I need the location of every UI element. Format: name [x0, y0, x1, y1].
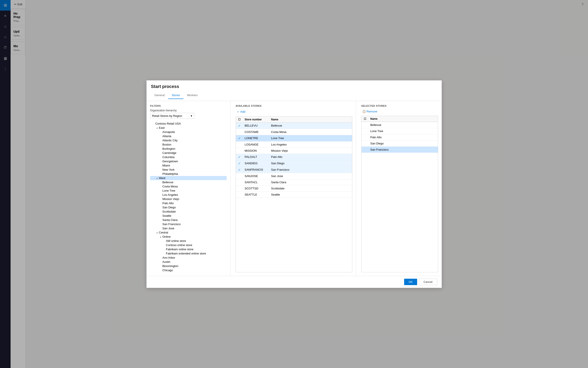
- store-name-cell: Bellevue: [269, 123, 352, 129]
- sel-row-checkbox[interactable]: [362, 136, 369, 138]
- available-store-row[interactable]: LOSANGELos Angeles: [236, 142, 352, 148]
- modal-dialog: Start process General Stores Workers FIL…: [147, 80, 442, 288]
- tree-item[interactable]: Austin: [150, 260, 227, 264]
- help-icon[interactable]: ?: [582, 3, 584, 7]
- tree-item[interactable]: Contoso Retail USA: [150, 121, 227, 126]
- tree-item[interactable]: Mission Viejo: [150, 197, 227, 201]
- tree-item[interactable]: Contoso online store: [150, 243, 227, 247]
- available-store-row[interactable]: ✓PALOALTPalo Alto: [236, 154, 352, 160]
- sel-row-checkbox[interactable]: [362, 142, 369, 145]
- available-store-row[interactable]: ✓LONETRELone Tree: [236, 135, 352, 142]
- tree-item[interactable]: Bellevue: [150, 180, 227, 184]
- tree-item[interactable]: Palo Alto: [150, 201, 227, 205]
- available-store-row[interactable]: ✓SANFRANCISSan Francisco: [236, 167, 352, 173]
- row-checkbox[interactable]: [236, 149, 243, 152]
- tree-item[interactable]: Lone Tree: [150, 189, 227, 193]
- available-store-row[interactable]: SEATTLESeattle: [236, 192, 352, 198]
- row-checkbox[interactable]: [236, 193, 243, 196]
- tree-item[interactable]: Seattle: [150, 214, 227, 218]
- tree-item[interactable]: Ann Arbor: [150, 256, 227, 260]
- tree-item[interactable]: Miami: [150, 163, 227, 168]
- available-stores-title: AVAILABLE STORES: [236, 104, 352, 107]
- tree-item[interactable]: Philadelphia: [150, 172, 227, 176]
- tree-item[interactable]: Fabrikam online store: [150, 247, 227, 251]
- tree-item[interactable]: Boston: [150, 142, 227, 147]
- tree-item-label: Palo Alto: [163, 202, 227, 205]
- tree-item-label: Georgetown: [163, 160, 227, 163]
- store-number-cell: SEATTLE: [243, 192, 269, 198]
- available-store-row[interactable]: ✓BELLEVUBellevue: [236, 123, 352, 129]
- row-checkbox[interactable]: [236, 143, 243, 146]
- selected-store-row[interactable]: San Francisco: [362, 147, 438, 153]
- tab-workers[interactable]: Workers: [184, 92, 201, 99]
- row-checkbox[interactable]: ✓: [236, 154, 243, 160]
- row-checkbox[interactable]: ✓: [236, 160, 243, 166]
- tree-item[interactable]: Columbia: [150, 155, 227, 159]
- resize-handle-right[interactable]: ⋮: [356, 101, 358, 276]
- available-store-row[interactable]: MISSIONMission Viejo: [236, 148, 352, 154]
- resize-handle-left[interactable]: ⋮: [230, 101, 232, 276]
- tree-item[interactable]: San Jose: [150, 226, 227, 230]
- tree-item[interactable]: Santa Clara: [150, 218, 227, 222]
- remove-stores-button[interactable]: 📋 Remove: [361, 109, 378, 114]
- tab-stores[interactable]: Stores: [168, 92, 184, 99]
- selected-store-row[interactable]: Palo Alto: [362, 134, 438, 140]
- org-hierarchy-dropdown[interactable]: Retail Stores by Region ▾: [150, 113, 194, 119]
- tree-item[interactable]: Cambridge: [150, 151, 227, 155]
- tab-general[interactable]: General: [151, 92, 168, 99]
- available-store-row[interactable]: SANTACLSanta Clara: [236, 179, 352, 185]
- checked-icon: ✓: [238, 124, 241, 128]
- available-store-row[interactable]: COSTAMECosta Mesa: [236, 129, 352, 135]
- row-checkbox[interactable]: [236, 130, 243, 133]
- selected-store-row[interactable]: San Diego: [362, 140, 438, 147]
- tree-item[interactable]: New York: [150, 168, 227, 172]
- sel-row-checkbox[interactable]: [362, 123, 369, 126]
- ok-button[interactable]: OK: [404, 279, 417, 285]
- tree-item[interactable]: Atlanta: [150, 134, 227, 138]
- store-name-cell: Santa Clara: [269, 179, 352, 185]
- tree-item[interactable]: ▴Online: [150, 235, 227, 239]
- tree-item[interactable]: Fabrikam extended online store: [150, 251, 227, 256]
- tree-item[interactable]: ▴Central: [150, 230, 227, 235]
- tree-item[interactable]: Scottsdale: [150, 210, 227, 214]
- cancel-button[interactable]: Cancel: [419, 279, 437, 285]
- available-store-row[interactable]: ✓SANDIEGSan Diego: [236, 160, 352, 167]
- tree-item[interactable]: Atlantic City: [150, 138, 227, 142]
- store-name-cell: San Jose: [269, 173, 352, 179]
- modal-title: Start process: [151, 84, 437, 89]
- sel-store-name-cell: San Diego: [369, 140, 438, 147]
- sel-header-checkbox-icon[interactable]: ☐: [364, 117, 366, 120]
- available-store-row[interactable]: SCOTTSDScottsdale: [236, 185, 352, 192]
- tree-item[interactable]: Costa Mesa: [150, 184, 227, 189]
- selected-store-row[interactable]: Bellevue: [362, 122, 438, 128]
- row-checkbox[interactable]: [236, 175, 243, 177]
- tree-item-label: Austin: [163, 260, 227, 264]
- add-stores-button[interactable]: ＋ Add: [236, 109, 246, 115]
- tree-item[interactable]: Bloomington: [150, 264, 227, 268]
- header-checkbox-icon[interactable]: ☐: [238, 118, 240, 121]
- tree-item[interactable]: Georgetown: [150, 159, 227, 163]
- row-checkbox[interactable]: ✓: [236, 167, 243, 173]
- org-tree: Contoso Retail USA▴EastAnnapolisAtlantaA…: [150, 121, 227, 272]
- tree-item[interactable]: San Diego: [150, 205, 227, 210]
- tree-item[interactable]: Annapolis: [150, 130, 227, 134]
- tree-item[interactable]: AW online store: [150, 239, 227, 243]
- tree-item-label: Santa Clara: [163, 218, 227, 221]
- sel-row-checkbox[interactable]: [362, 130, 369, 132]
- store-number-cell: SANFRANCIS: [243, 167, 269, 173]
- tree-item[interactable]: ▴East: [150, 126, 227, 130]
- store-number-cell: SANDIEG: [243, 160, 269, 166]
- tree-item[interactable]: San Francisco: [150, 222, 227, 226]
- tree-item-label: Cambridge: [163, 151, 227, 155]
- row-checkbox[interactable]: ✓: [236, 135, 243, 141]
- tree-item[interactable]: Los Angeles: [150, 193, 227, 197]
- sel-row-checkbox[interactable]: [362, 148, 369, 151]
- tree-item[interactable]: Chicago: [150, 268, 227, 272]
- row-checkbox[interactable]: [236, 187, 243, 190]
- tree-item[interactable]: ▴West: [150, 176, 227, 180]
- available-store-row[interactable]: SANJOSESan Jose: [236, 173, 352, 179]
- row-checkbox[interactable]: ✓: [236, 123, 243, 129]
- row-checkbox[interactable]: [236, 181, 243, 184]
- selected-store-row[interactable]: Lone Tree: [362, 128, 438, 134]
- tree-item[interactable]: Burlington: [150, 147, 227, 151]
